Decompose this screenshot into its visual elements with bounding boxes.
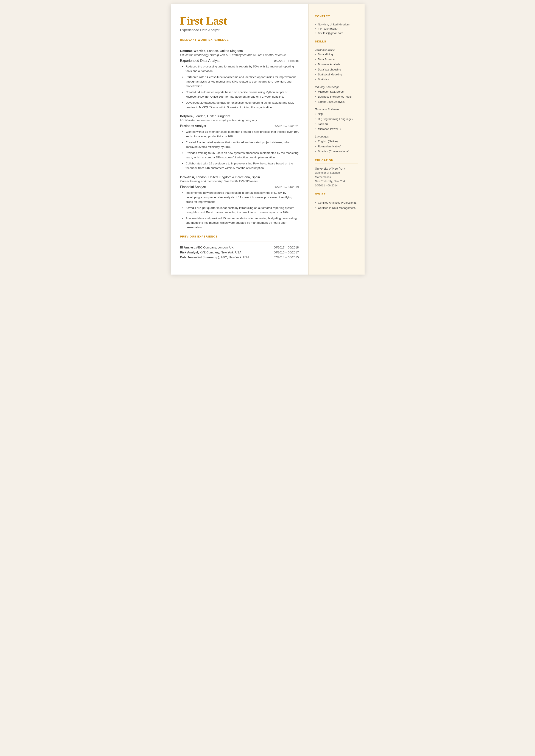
company-line-1: Resume Worded, London, United Kingdom bbox=[180, 49, 299, 53]
previous-exp-section: PREVIOUS EXPERIENCE BI Analyst, ABC Comp… bbox=[180, 235, 299, 259]
company-name-3: Growthsi, bbox=[180, 175, 195, 179]
prev-role-1: BI Analyst, ABC Company, London, UK bbox=[180, 246, 274, 249]
skill-business-analysis: Business Analysis bbox=[315, 63, 358, 66]
prev-exp-row-2: Risk Analyst, XYZ Company, New York, USA… bbox=[180, 251, 299, 254]
candidate-name: First Last bbox=[180, 14, 299, 27]
candidate-subtitle: Experienced Data Analyst bbox=[180, 28, 299, 32]
prev-role-rest-1: ABC Company, London, UK bbox=[195, 246, 233, 249]
prev-role-3: Data Journalist (Internship), ABC, New Y… bbox=[180, 256, 274, 259]
bullet-3-2: Saved $78K per quarter in labor costs by… bbox=[182, 206, 299, 215]
skill-power-bi: Microsoft Power BI bbox=[315, 127, 358, 131]
company-location-2: London, United Kingdom bbox=[195, 114, 230, 118]
edu-degree: Bachelor of Science bbox=[315, 171, 358, 175]
skills-title: SKILLS bbox=[315, 40, 358, 43]
bullet-1-1: Reduced the processing time for monthly … bbox=[182, 65, 299, 73]
company-line-3: Growthsi, London, United Kingdom & Barce… bbox=[180, 175, 299, 179]
bullet-2-4: Collaborated with 19 developers to impro… bbox=[182, 161, 299, 170]
tools-list: SQL R (Programming Language) Tableau Mic… bbox=[315, 112, 358, 131]
skill-bi-tools: Business Intelligence Tools bbox=[315, 95, 358, 99]
company-line-2: Polyhire, London, United Kingdom bbox=[180, 114, 299, 118]
contact-email: first.last@gmail.com bbox=[315, 32, 358, 35]
prev-role-bold-2: Risk Analyst, bbox=[180, 251, 199, 254]
technical-label: Technical Skills: bbox=[315, 48, 358, 51]
bullet-1-2: Partnered with 14 cross-functional teams… bbox=[182, 75, 299, 89]
technical-skills-list: Data Mining Data Science Business Analys… bbox=[315, 53, 358, 81]
bullet-1-4: Developed 20 dashboards daily for execut… bbox=[182, 101, 299, 110]
skill-latent-class: Latent Class Analysis bbox=[315, 100, 358, 104]
sidebar: CONTACT Norwich, United Kingdom +44 1234… bbox=[309, 4, 365, 274]
prev-dates-2: 06/2016 – 05/2017 bbox=[274, 251, 299, 254]
job-dates-3: 06/2018 – 04/2019 bbox=[274, 185, 299, 189]
edu-school: University of New York bbox=[315, 167, 358, 170]
job-entry-1: Resume Worded, London, United Kingdom Ed… bbox=[180, 49, 299, 109]
company-desc-1: Education technology startup with 50+ em… bbox=[180, 53, 299, 57]
company-name-2: Polyhire, bbox=[180, 114, 194, 118]
bullet-2-1: Worked with a 15-member sales team that … bbox=[182, 130, 299, 139]
job-entry-3: Growthsi, London, United Kingdom & Barce… bbox=[180, 175, 299, 230]
skill-r: R (Programming Language) bbox=[315, 117, 358, 121]
job-title-1: Experienced Data Analyst bbox=[180, 59, 219, 63]
bullet-3-1: Implemented new procedures that resulted… bbox=[182, 191, 299, 204]
job-dates-1: 08/2021 – Present bbox=[274, 59, 299, 63]
job-bullets-1: Reduced the processing time for monthly … bbox=[180, 65, 299, 109]
previous-exp-title: PREVIOUS EXPERIENCE bbox=[180, 235, 299, 239]
skill-statistics: Statistics bbox=[315, 78, 358, 81]
prev-role-bold-1: BI Analyst, bbox=[180, 246, 196, 249]
skills-section: SKILLS Technical Skills: Data Mining Dat… bbox=[315, 40, 358, 154]
company-location-3: London, United Kingdom & Barcelona, Spai… bbox=[196, 175, 260, 179]
skill-sql: SQL bbox=[315, 112, 358, 116]
job-header-2: Business Analyst 05/2019 – 07/2021 bbox=[180, 124, 299, 128]
bullet-2-3: Provided training to 5K users on new sys… bbox=[182, 151, 299, 160]
tools-label: Tools and Software: bbox=[315, 108, 358, 111]
lang-romanian: Romanian (Native) bbox=[315, 145, 358, 149]
job-dates-2: 05/2019 – 07/2021 bbox=[274, 124, 299, 128]
other-cert-1: Certified Analytics Professional. bbox=[315, 201, 358, 205]
prev-exp-row-1: BI Analyst, ABC Company, London, UK 06/2… bbox=[180, 246, 299, 249]
edu-field: Mathematics bbox=[315, 175, 358, 179]
prev-role-rest-3: ABC, New York, USA bbox=[220, 256, 249, 259]
header-block: First Last Experienced Data Analyst bbox=[180, 14, 299, 32]
education-section: EDUCATION University of New York Bachelo… bbox=[315, 159, 358, 187]
relevant-work-section: RELEVANT WORK EXPERIENCE Resume Worded, … bbox=[180, 38, 299, 230]
skill-data-science: Data Science bbox=[315, 58, 358, 61]
prev-dates-3: 07/2014 – 05/2015 bbox=[274, 256, 299, 259]
skill-statistical-modeling: Statistical Modeling bbox=[315, 72, 358, 76]
bullet-3-3: Analyzed data and provided 15 recommenda… bbox=[182, 216, 299, 230]
contact-phone: +44 123456789 bbox=[315, 27, 358, 30]
lang-spanish: Spanish (Conversational) bbox=[315, 150, 358, 154]
prev-role-2: Risk Analyst, XYZ Company, New York, USA bbox=[180, 251, 274, 254]
skill-tableau: Tableau bbox=[315, 122, 358, 126]
company-desc-2: NYSE-listed recruitment and employer bra… bbox=[180, 119, 299, 122]
resume-page: First Last Experienced Data Analyst RELE… bbox=[171, 4, 365, 274]
job-title-3: Financial Analyst bbox=[180, 185, 206, 189]
contact-section: CONTACT Norwich, United Kingdom +44 1234… bbox=[315, 14, 358, 35]
skill-sql-server: Microsoft SQL Server bbox=[315, 90, 358, 94]
lang-english: English (Native) bbox=[315, 139, 358, 143]
education-title: EDUCATION bbox=[315, 159, 358, 162]
section-divider bbox=[180, 45, 299, 45]
relevant-work-title: RELEVANT WORK EXPERIENCE bbox=[180, 38, 299, 43]
edu-dates: 10/2011 - 06/2014 bbox=[315, 183, 358, 188]
company-name-1: Resume Worded, bbox=[180, 49, 207, 53]
prev-exp-row-3: Data Journalist (Internship), ABC, New Y… bbox=[180, 256, 299, 259]
languages-label: Languages: bbox=[315, 135, 358, 138]
job-header-1: Experienced Data Analyst 08/2021 – Prese… bbox=[180, 59, 299, 63]
edu-location: New York City, New York bbox=[315, 179, 358, 183]
main-column: First Last Experienced Data Analyst RELE… bbox=[171, 4, 309, 274]
bullet-1-3: Created 34 automated reports based on sp… bbox=[182, 90, 299, 99]
contact-title: CONTACT bbox=[315, 14, 358, 18]
other-divider bbox=[315, 198, 358, 198]
prev-dates-1: 06/2017 – 05/2018 bbox=[274, 246, 299, 249]
company-location-1: London, United Kingdom bbox=[207, 49, 243, 53]
job-entry-2: Polyhire, London, United Kingdom NYSE-li… bbox=[180, 114, 299, 170]
industry-label: Industry Knowledge: bbox=[315, 85, 358, 89]
skill-data-mining: Data Mining bbox=[315, 53, 358, 56]
prev-role-bold-3: Data Journalist (Internship), bbox=[180, 256, 220, 259]
industry-skills-list: Microsoft SQL Server Business Intelligen… bbox=[315, 90, 358, 104]
job-bullets-2: Worked with a 15-member sales team that … bbox=[180, 130, 299, 170]
prev-role-rest-2: XYZ Company, New York, USA bbox=[199, 251, 241, 254]
company-desc-3: Career training and membership SaaS with… bbox=[180, 180, 299, 183]
job-title-2: Business Analyst bbox=[180, 124, 206, 128]
contact-address: Norwich, United Kingdom bbox=[315, 23, 358, 26]
other-title: OTHER bbox=[315, 193, 358, 196]
